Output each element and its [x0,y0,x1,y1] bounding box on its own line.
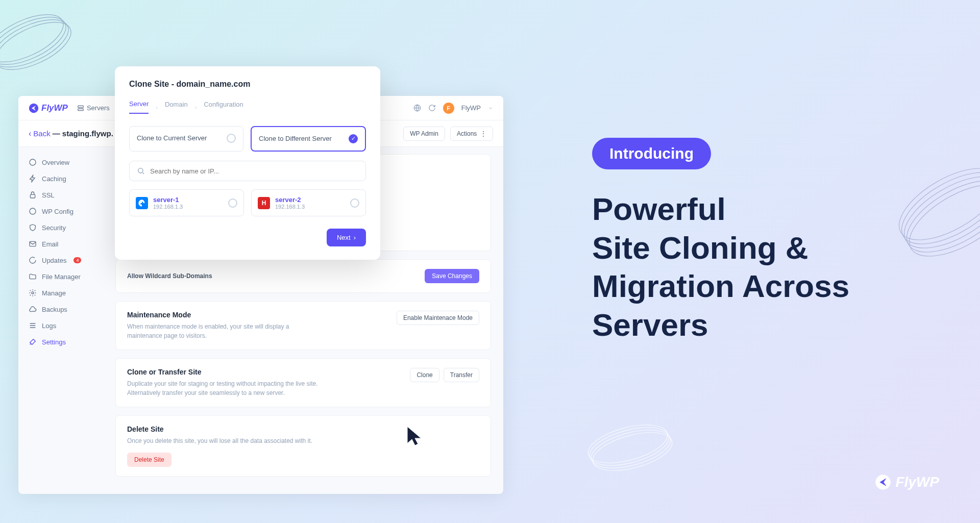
tab-server[interactable]: Server [129,100,149,114]
enable-maintenance-button[interactable]: Enable Maintenace Mode [397,311,479,325]
folder-icon [29,272,37,281]
svg-rect-15 [78,109,84,111]
servers-icon [77,105,84,112]
server-ip: 192.168.1.3 [153,204,223,210]
sidebar: Overview Caching SSL WP Config Security … [18,147,110,494]
sidebar-item-settings[interactable]: Settings [18,334,110,350]
headline: PowerfulSite Cloning & Migration Across … [592,190,939,344]
shield-icon [29,223,37,232]
delete-title: Delete Site [127,425,479,433]
hetzner-icon: H [258,197,270,209]
save-changes-button[interactable]: Save Changes [425,269,479,283]
lightning-icon [29,175,37,183]
digitalocean-icon [136,197,148,209]
wordpress-icon [29,207,37,215]
maintenance-card: Maintenance Mode When maintenance mode i… [115,301,491,350]
back-link[interactable]: Back [33,129,50,138]
next-button[interactable]: Next› [327,229,366,246]
sidebar-item-security[interactable]: Security [18,219,110,236]
server-ip: 192.168.1.3 [275,204,345,210]
wildcard-card: Allow Wildcard Sub-Domains Save Changes [115,259,491,293]
marketing-panel: Introducing PowerfulSite Cloning & Migra… [592,138,939,344]
option-clone-current[interactable]: Clone to Current Server [129,126,243,152]
server-name: server-2 [275,196,345,204]
delete-site-button[interactable]: Delete Site [127,453,172,467]
wildcard-label: Allow Wildcard Sub-Domains [127,272,212,280]
sidebar-item-backups[interactable]: Backups [18,301,110,317]
gear-icon [29,289,37,297]
list-icon [29,321,37,330]
clone-button[interactable]: Clone [410,368,439,382]
sidebar-item-overview[interactable]: Overview [18,154,110,170]
chevron-right-icon: › [195,104,197,110]
brand-corner: FlyWP [875,474,939,490]
transfer-button[interactable]: Transfer [444,368,479,382]
maintenance-title: Maintenance Mode [127,311,321,319]
globe-icon [29,158,37,166]
avatar[interactable]: F [443,103,454,114]
updates-badge: 4 [74,257,81,263]
server-option-2[interactable]: H server-2 192.168.1.3 [251,189,366,216]
radio-unchecked-icon [227,134,236,143]
svg-point-22 [138,168,143,173]
delete-card: Delete Site Once you delete this site, y… [115,415,491,477]
svg-rect-18 [30,194,35,198]
brand-logo[interactable]: FlyWP [29,103,68,113]
clone-site-modal: Clone Site - domain_name.com Server › Do… [115,66,380,260]
clone-transfer-title: Clone or Transfer Site [127,368,321,376]
modal-title: Clone Site - domain_name.com [129,80,366,89]
wp-admin-button[interactable]: WP Admin [403,127,445,141]
sidebar-item-ssl[interactable]: SSL [18,187,110,203]
svg-point-2 [0,10,75,77]
sidebar-item-email[interactable]: Email [18,236,110,252]
user-name[interactable]: FlyWP [461,104,481,112]
delete-desc: Once you delete this site, you will lose… [127,436,479,445]
globe-icon[interactable] [413,104,421,112]
refresh-icon[interactable] [428,104,436,112]
introducing-pill: Introducing [592,138,711,169]
option-clone-different[interactable]: Clone to Different Server [251,126,366,152]
svg-point-21 [32,292,34,294]
sidebar-item-wpconfig[interactable]: WP Config [18,203,110,219]
search-icon [137,167,145,175]
cursor-icon [406,425,424,447]
modal-tabs: Server › Domain › Configuration [129,100,366,114]
clone-transfer-desc: Duplicate your site for staging or testi… [127,379,321,397]
chevron-down-icon[interactable] [488,106,493,111]
svg-point-12 [589,425,674,477]
maintenance-desc: When maintenance mode is enabled, your s… [127,322,321,340]
sidebar-item-updates[interactable]: Updates4 [18,252,110,268]
sidebar-item-logs[interactable]: Logs [18,317,110,334]
flywp-logo-icon [29,103,39,113]
cloud-icon [29,305,37,313]
sidebar-item-caching[interactable]: Caching [18,170,110,187]
tools-icon [29,338,37,346]
lock-icon [29,191,37,199]
tab-configuration[interactable]: Configuration [204,101,243,113]
sidebar-item-manage[interactable]: Manage [18,285,110,301]
radio-checked-icon [349,134,358,143]
svg-point-17 [30,159,36,165]
svg-rect-14 [78,106,84,108]
clone-transfer-card: Clone or Transfer Site Duplicate your si… [115,358,491,407]
refresh-icon [29,256,37,264]
svg-point-19 [30,208,36,214]
radio-unchecked-icon [228,198,237,208]
svg-point-1 [0,10,72,74]
search-box[interactable] [129,161,366,181]
sidebar-item-filemanager[interactable]: File Manager [18,268,110,285]
tab-domain[interactable]: Domain [165,101,188,113]
server-name: server-1 [153,196,223,204]
breadcrumb: — staging.flywp. [53,129,113,138]
mail-icon [29,240,37,248]
chevron-right-icon: › [354,234,356,241]
radio-unchecked-icon [350,198,359,208]
server-option-1[interactable]: server-1 192.168.1.3 [129,189,244,216]
servers-link[interactable]: Servers [77,104,110,112]
actions-button[interactable]: Actions ⋮ [450,127,493,141]
search-input[interactable] [150,167,358,175]
flywp-logo-icon [875,474,891,490]
chevron-right-icon: › [156,104,158,110]
